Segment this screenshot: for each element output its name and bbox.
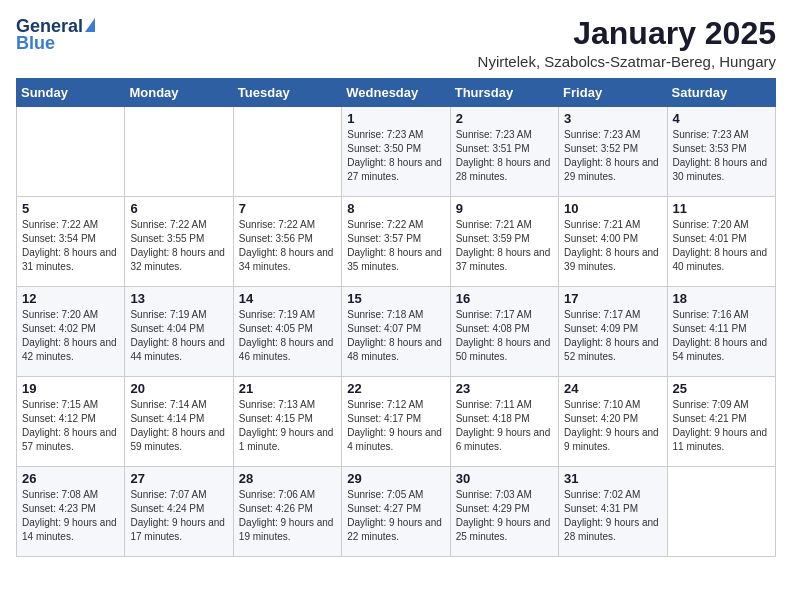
calendar-cell: 24Sunrise: 7:10 AM Sunset: 4:20 PM Dayli… bbox=[559, 377, 667, 467]
calendar-cell: 30Sunrise: 7:03 AM Sunset: 4:29 PM Dayli… bbox=[450, 467, 558, 557]
calendar-cell bbox=[667, 467, 775, 557]
day-info: Sunrise: 7:19 AM Sunset: 4:04 PM Dayligh… bbox=[130, 308, 227, 364]
day-number: 3 bbox=[564, 111, 661, 126]
day-info: Sunrise: 7:17 AM Sunset: 4:09 PM Dayligh… bbox=[564, 308, 661, 364]
calendar-cell: 11Sunrise: 7:20 AM Sunset: 4:01 PM Dayli… bbox=[667, 197, 775, 287]
day-info: Sunrise: 7:14 AM Sunset: 4:14 PM Dayligh… bbox=[130, 398, 227, 454]
calendar-cell: 6Sunrise: 7:22 AM Sunset: 3:55 PM Daylig… bbox=[125, 197, 233, 287]
day-number: 13 bbox=[130, 291, 227, 306]
calendar-cell: 25Sunrise: 7:09 AM Sunset: 4:21 PM Dayli… bbox=[667, 377, 775, 467]
day-number: 22 bbox=[347, 381, 444, 396]
day-number: 14 bbox=[239, 291, 336, 306]
day-number: 26 bbox=[22, 471, 119, 486]
day-info: Sunrise: 7:03 AM Sunset: 4:29 PM Dayligh… bbox=[456, 488, 553, 544]
day-info: Sunrise: 7:06 AM Sunset: 4:26 PM Dayligh… bbox=[239, 488, 336, 544]
calendar-cell bbox=[233, 107, 341, 197]
calendar-cell: 8Sunrise: 7:22 AM Sunset: 3:57 PM Daylig… bbox=[342, 197, 450, 287]
day-number: 28 bbox=[239, 471, 336, 486]
calendar-cell: 17Sunrise: 7:17 AM Sunset: 4:09 PM Dayli… bbox=[559, 287, 667, 377]
day-info: Sunrise: 7:20 AM Sunset: 4:01 PM Dayligh… bbox=[673, 218, 770, 274]
calendar-cell: 7Sunrise: 7:22 AM Sunset: 3:56 PM Daylig… bbox=[233, 197, 341, 287]
calendar-cell: 10Sunrise: 7:21 AM Sunset: 4:00 PM Dayli… bbox=[559, 197, 667, 287]
calendar-cell: 19Sunrise: 7:15 AM Sunset: 4:12 PM Dayli… bbox=[17, 377, 125, 467]
title-block: January 2025 Nyirtelek, Szabolcs-Szatmar… bbox=[478, 16, 776, 70]
day-number: 17 bbox=[564, 291, 661, 306]
day-number: 27 bbox=[130, 471, 227, 486]
day-number: 2 bbox=[456, 111, 553, 126]
calendar-cell: 4Sunrise: 7:23 AM Sunset: 3:53 PM Daylig… bbox=[667, 107, 775, 197]
calendar-cell: 29Sunrise: 7:05 AM Sunset: 4:27 PM Dayli… bbox=[342, 467, 450, 557]
day-info: Sunrise: 7:18 AM Sunset: 4:07 PM Dayligh… bbox=[347, 308, 444, 364]
calendar-week-row: 26Sunrise: 7:08 AM Sunset: 4:23 PM Dayli… bbox=[17, 467, 776, 557]
month-title: January 2025 bbox=[478, 16, 776, 51]
day-number: 25 bbox=[673, 381, 770, 396]
calendar-cell: 23Sunrise: 7:11 AM Sunset: 4:18 PM Dayli… bbox=[450, 377, 558, 467]
day-number: 10 bbox=[564, 201, 661, 216]
calendar-cell bbox=[125, 107, 233, 197]
day-info: Sunrise: 7:07 AM Sunset: 4:24 PM Dayligh… bbox=[130, 488, 227, 544]
day-number: 1 bbox=[347, 111, 444, 126]
day-number: 30 bbox=[456, 471, 553, 486]
day-info: Sunrise: 7:19 AM Sunset: 4:05 PM Dayligh… bbox=[239, 308, 336, 364]
header-monday: Monday bbox=[125, 79, 233, 107]
day-info: Sunrise: 7:20 AM Sunset: 4:02 PM Dayligh… bbox=[22, 308, 119, 364]
day-number: 5 bbox=[22, 201, 119, 216]
day-info: Sunrise: 7:22 AM Sunset: 3:55 PM Dayligh… bbox=[130, 218, 227, 274]
day-number: 18 bbox=[673, 291, 770, 306]
day-number: 15 bbox=[347, 291, 444, 306]
calendar-week-row: 1Sunrise: 7:23 AM Sunset: 3:50 PM Daylig… bbox=[17, 107, 776, 197]
day-info: Sunrise: 7:21 AM Sunset: 3:59 PM Dayligh… bbox=[456, 218, 553, 274]
day-number: 20 bbox=[130, 381, 227, 396]
day-number: 29 bbox=[347, 471, 444, 486]
header-sunday: Sunday bbox=[17, 79, 125, 107]
day-number: 24 bbox=[564, 381, 661, 396]
day-info: Sunrise: 7:13 AM Sunset: 4:15 PM Dayligh… bbox=[239, 398, 336, 454]
day-number: 9 bbox=[456, 201, 553, 216]
day-number: 4 bbox=[673, 111, 770, 126]
header-tuesday: Tuesday bbox=[233, 79, 341, 107]
calendar-cell: 31Sunrise: 7:02 AM Sunset: 4:31 PM Dayli… bbox=[559, 467, 667, 557]
calendar-cell: 22Sunrise: 7:12 AM Sunset: 4:17 PM Dayli… bbox=[342, 377, 450, 467]
day-info: Sunrise: 7:09 AM Sunset: 4:21 PM Dayligh… bbox=[673, 398, 770, 454]
calendar-cell: 2Sunrise: 7:23 AM Sunset: 3:51 PM Daylig… bbox=[450, 107, 558, 197]
day-info: Sunrise: 7:05 AM Sunset: 4:27 PM Dayligh… bbox=[347, 488, 444, 544]
calendar-cell: 16Sunrise: 7:17 AM Sunset: 4:08 PM Dayli… bbox=[450, 287, 558, 377]
calendar-cell: 20Sunrise: 7:14 AM Sunset: 4:14 PM Dayli… bbox=[125, 377, 233, 467]
calendar-cell: 26Sunrise: 7:08 AM Sunset: 4:23 PM Dayli… bbox=[17, 467, 125, 557]
day-info: Sunrise: 7:22 AM Sunset: 3:57 PM Dayligh… bbox=[347, 218, 444, 274]
day-info: Sunrise: 7:23 AM Sunset: 3:52 PM Dayligh… bbox=[564, 128, 661, 184]
day-info: Sunrise: 7:22 AM Sunset: 3:54 PM Dayligh… bbox=[22, 218, 119, 274]
day-info: Sunrise: 7:21 AM Sunset: 4:00 PM Dayligh… bbox=[564, 218, 661, 274]
logo-icon bbox=[85, 18, 95, 32]
calendar-cell: 1Sunrise: 7:23 AM Sunset: 3:50 PM Daylig… bbox=[342, 107, 450, 197]
calendar-cell: 9Sunrise: 7:21 AM Sunset: 3:59 PM Daylig… bbox=[450, 197, 558, 287]
day-info: Sunrise: 7:15 AM Sunset: 4:12 PM Dayligh… bbox=[22, 398, 119, 454]
day-info: Sunrise: 7:12 AM Sunset: 4:17 PM Dayligh… bbox=[347, 398, 444, 454]
calendar-cell: 3Sunrise: 7:23 AM Sunset: 3:52 PM Daylig… bbox=[559, 107, 667, 197]
calendar-cell: 21Sunrise: 7:13 AM Sunset: 4:15 PM Dayli… bbox=[233, 377, 341, 467]
calendar-header-row: SundayMondayTuesdayWednesdayThursdayFrid… bbox=[17, 79, 776, 107]
day-number: 12 bbox=[22, 291, 119, 306]
day-info: Sunrise: 7:23 AM Sunset: 3:53 PM Dayligh… bbox=[673, 128, 770, 184]
calendar-cell: 12Sunrise: 7:20 AM Sunset: 4:02 PM Dayli… bbox=[17, 287, 125, 377]
day-number: 16 bbox=[456, 291, 553, 306]
calendar-week-row: 12Sunrise: 7:20 AM Sunset: 4:02 PM Dayli… bbox=[17, 287, 776, 377]
calendar-cell: 27Sunrise: 7:07 AM Sunset: 4:24 PM Dayli… bbox=[125, 467, 233, 557]
day-info: Sunrise: 7:17 AM Sunset: 4:08 PM Dayligh… bbox=[456, 308, 553, 364]
day-number: 6 bbox=[130, 201, 227, 216]
calendar-cell: 13Sunrise: 7:19 AM Sunset: 4:04 PM Dayli… bbox=[125, 287, 233, 377]
calendar-cell: 14Sunrise: 7:19 AM Sunset: 4:05 PM Dayli… bbox=[233, 287, 341, 377]
day-info: Sunrise: 7:23 AM Sunset: 3:50 PM Dayligh… bbox=[347, 128, 444, 184]
day-info: Sunrise: 7:16 AM Sunset: 4:11 PM Dayligh… bbox=[673, 308, 770, 364]
calendar-cell: 28Sunrise: 7:06 AM Sunset: 4:26 PM Dayli… bbox=[233, 467, 341, 557]
day-number: 23 bbox=[456, 381, 553, 396]
day-number: 21 bbox=[239, 381, 336, 396]
header-friday: Friday bbox=[559, 79, 667, 107]
calendar-cell: 18Sunrise: 7:16 AM Sunset: 4:11 PM Dayli… bbox=[667, 287, 775, 377]
day-number: 19 bbox=[22, 381, 119, 396]
calendar-table: SundayMondayTuesdayWednesdayThursdayFrid… bbox=[16, 78, 776, 557]
header-thursday: Thursday bbox=[450, 79, 558, 107]
day-info: Sunrise: 7:22 AM Sunset: 3:56 PM Dayligh… bbox=[239, 218, 336, 274]
day-info: Sunrise: 7:02 AM Sunset: 4:31 PM Dayligh… bbox=[564, 488, 661, 544]
header-wednesday: Wednesday bbox=[342, 79, 450, 107]
